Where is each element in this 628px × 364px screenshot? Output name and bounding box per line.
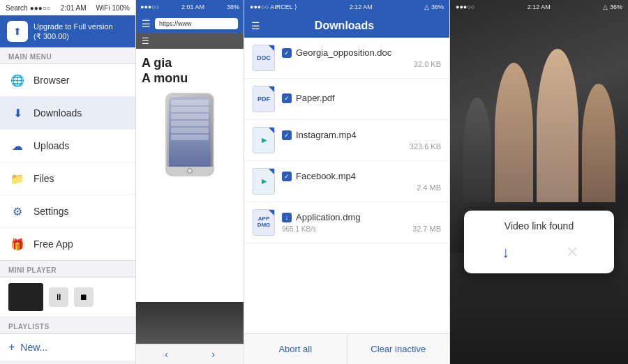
url-bar[interactable]: https://www	[155, 18, 238, 29]
download-name-row-facebook: ✓ Facebook.mp4	[282, 171, 441, 181]
time-3: 2:12 AM	[350, 3, 373, 10]
screen-row	[171, 107, 209, 112]
downloads-page-title: Downloads	[266, 20, 423, 32]
status-bar-2: ●●●○○ 2:01 AM 38%	[136, 0, 244, 14]
download-item-instagram[interactable]: ▶ ✓ Instagram.mp4 323.6 KB	[244, 120, 449, 161]
time-1: 2:01 AM	[61, 4, 87, 12]
download-checkbox-pdf[interactable]: ✓	[282, 93, 292, 103]
mp4-file-icon-2: ▶	[253, 168, 275, 195]
back-button[interactable]: ‹	[165, 349, 168, 360]
settings-icon: ⚙	[8, 202, 27, 220]
download-speed-dmg: 965.1 KB/s	[282, 225, 316, 233]
download-size-facebook: 2.4 MB	[282, 183, 441, 192]
sidebar-item-uploads[interactable]: ☁ Uploads	[0, 130, 135, 162]
download-checkbox-facebook[interactable]: ✓	[282, 172, 292, 181]
abort-all-button[interactable]: Abort all	[244, 334, 347, 364]
download-checkbox-doc[interactable]: ✓	[282, 48, 292, 58]
status-bar-4: ●●●○○ 2:12 AM △ 36%	[450, 0, 628, 14]
stop-button[interactable]: ⏹	[74, 287, 94, 307]
panel-browser: ●●●○○ 2:01 AM 38% ☰ https://www ☰ A gia …	[136, 0, 244, 364]
mini-player-thumbnail	[8, 283, 43, 311]
popup-close-button[interactable]: ✕	[558, 240, 586, 265]
sidebar-item-files[interactable]: 📁 Files	[0, 162, 135, 195]
files-label: Files	[33, 173, 54, 184]
download-name-row-doc: ✓ Georgia_opposition.doc	[282, 47, 441, 58]
sidebar-item-free-app[interactable]: 🎁 Free App	[0, 228, 135, 260]
popup-x-icon: ✕	[566, 243, 578, 261]
status-right-1: WiFi 100%	[96, 4, 130, 12]
headline-line-2: A monu	[142, 71, 238, 86]
upgrade-banner[interactable]: ⬆ Upgrade to Full version (₹ 300.00)	[0, 15, 135, 47]
mp4-file-icon-1: ▶	[253, 127, 275, 153]
dmg-file-icon: APPDMG	[253, 209, 275, 236]
phone-home-area	[167, 167, 213, 175]
upgrade-icon: ⬆	[7, 21, 28, 42]
download-item-dmg[interactable]: APPDMG ↓ Application.dmg 965.1 KB/s 32.7…	[244, 202, 449, 243]
download-item-doc[interactable]: DOC ✓ Georgia_opposition.doc 32.0 KB	[244, 38, 449, 79]
clear-inactive-button[interactable]: Clear inactive	[347, 334, 450, 364]
playlists-section: PLAYLISTS + New...	[0, 317, 135, 361]
playlists-content: + New...	[0, 333, 135, 361]
download-checkbox-instagram[interactable]: ✓	[282, 130, 292, 140]
dmg-corner-fold	[269, 210, 274, 215]
download-info-facebook: ✓ Facebook.mp4 2.4 MB	[282, 171, 441, 192]
downloads-menu-button[interactable]: ☰	[251, 20, 260, 31]
sidebar-item-downloads[interactable]: ⬇ Downloads	[0, 97, 135, 130]
panel-sidebar: Search ●●●○○ 2:01 AM WiFi 100% ⬆ Upgrade…	[0, 0, 136, 364]
people-silhouette	[450, 21, 628, 202]
mini-player: ⏸ ⏹	[0, 277, 135, 317]
main-menu-label: MAIN MENU	[0, 47, 135, 63]
pdf-file-icon: PDF	[253, 86, 275, 112]
download-name-row-dmg: ↓ Application.dmg	[282, 212, 441, 222]
wifi-icon-1: WiFi	[96, 4, 110, 12]
screen-row	[171, 114, 209, 119]
download-size-instagram: 323.6 KB	[282, 142, 441, 151]
headline-line-1: A gia	[142, 56, 238, 71]
signal-2: ●●●○○	[140, 3, 159, 10]
browser-headline: A gia A monu	[142, 56, 238, 86]
signal-dots-1: ●●●○○	[30, 4, 51, 12]
screen-row	[171, 135, 209, 140]
downloads-list: DOC ✓ Georgia_opposition.doc 32.0 KB PDF…	[244, 38, 449, 333]
new-playlist-item[interactable]: + New...	[0, 334, 135, 361]
download-item-pdf[interactable]: PDF ✓ Paper.pdf	[244, 79, 449, 120]
sidebar-item-settings[interactable]: ⚙ Settings	[0, 195, 135, 228]
dmg-meta-row: 965.1 KB/s 32.7 MB	[282, 225, 441, 233]
popup-actions: ↓ ✕	[472, 240, 606, 265]
hamburger-button[interactable]: ☰	[142, 18, 151, 29]
doc-file-icon: DOC	[253, 45, 275, 71]
browser-nav-bar: ‹ ›	[136, 344, 244, 364]
playlists-label: PLAYLISTS	[0, 317, 135, 333]
person-2	[537, 49, 578, 202]
battery-4: △ 36%	[603, 3, 622, 10]
sidebar-item-browser[interactable]: 🌐 Browser	[0, 64, 135, 97]
main-menu: 🌐 Browser ⬇ Downloads ☁ Uploads 📁 Files …	[0, 63, 135, 261]
mp4-corner-2	[269, 169, 274, 174]
browser-dark-content	[136, 302, 244, 344]
status-left-1: Search ●●●○○	[6, 4, 51, 12]
download-checkbox-dmg[interactable]: ↓	[282, 213, 292, 222]
download-filename-dmg: Application.dmg	[296, 212, 361, 222]
download-filename-doc: Georgia_opposition.doc	[296, 47, 391, 58]
popup-download-button[interactable]: ↓	[492, 240, 520, 265]
free-app-label: Free App	[33, 238, 73, 250]
screen-row	[171, 100, 209, 105]
plus-icon: +	[8, 341, 15, 354]
person-4	[463, 98, 491, 202]
pause-button[interactable]: ⏸	[49, 287, 68, 307]
hamburger-dark-icon[interactable]: ☰	[142, 36, 149, 46]
download-size-dmg: 32.7 MB	[412, 225, 441, 233]
browser-toolbar: ☰ https://www	[136, 14, 244, 33]
files-icon: 📁	[8, 169, 27, 188]
mini-player-controls: ⏸ ⏹	[49, 287, 94, 307]
phone-screen	[169, 97, 211, 167]
screen-row	[171, 121, 209, 126]
download-name-row-instagram: ✓ Instagram.mp4	[282, 130, 441, 140]
download-item-facebook[interactable]: ▶ ✓ Facebook.mp4 2.4 MB	[244, 161, 449, 202]
mp4-corner-1	[269, 128, 274, 133]
browser-menu-bar: ☰	[136, 33, 244, 49]
time-4: 2:12 AM	[528, 3, 551, 10]
browser-label: Browser	[33, 75, 69, 86]
forward-button[interactable]: ›	[211, 349, 215, 360]
download-arrow-icon: ↓	[502, 243, 509, 261]
